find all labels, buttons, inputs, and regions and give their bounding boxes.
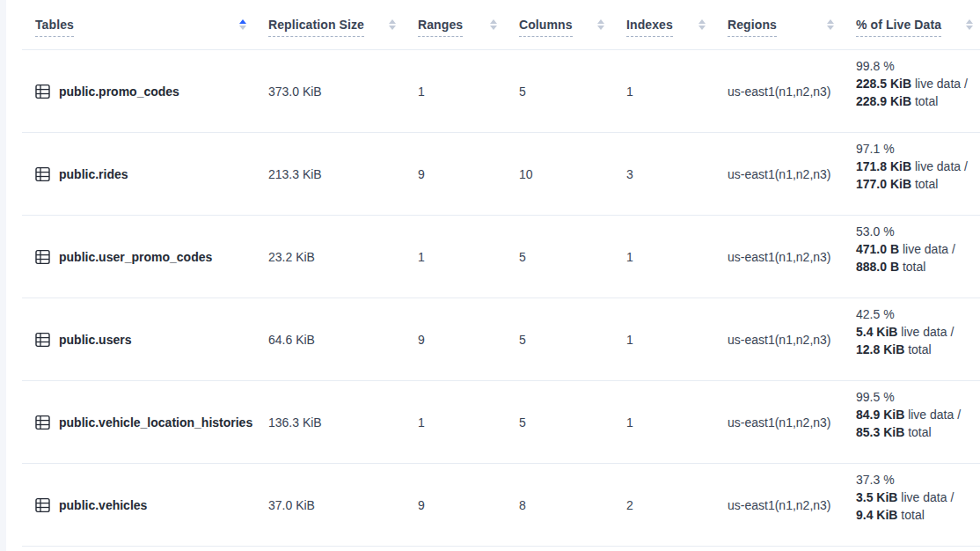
- sort-desc-arrow: [490, 26, 497, 30]
- live-data-cell: 99.5 % 84.9 KiB live data / 85.3 KiB tot…: [856, 381, 980, 441]
- total-size: 888.0 B: [856, 260, 899, 274]
- regions-cell: us-east1(n1,n2,n3): [728, 167, 856, 181]
- column-header-label: Replication Size: [268, 18, 364, 37]
- sort-asc-arrow: [239, 19, 246, 24]
- replication-size-cell: 37.0 KiB: [268, 498, 418, 512]
- ranges-cell: 9: [418, 333, 519, 347]
- sort-arrows-icon: [239, 19, 246, 31]
- table-row: public.vehicle_location_histories 136.3 …: [22, 381, 980, 464]
- column-header-columns[interactable]: Columns: [519, 0, 626, 49]
- ranges-cell: 9: [418, 498, 519, 512]
- indexes-cell: 1: [626, 250, 728, 264]
- column-header-label: Regions: [728, 18, 777, 37]
- sort-arrows-icon: [966, 19, 973, 31]
- tables-list-card: Tables Replication Size Ranges Columns I…: [6, 0, 980, 551]
- indexes-cell: 1: [626, 415, 728, 430]
- table-name-link[interactable]: public.vehicles: [59, 498, 147, 512]
- live-size: 5.4 KiB: [856, 325, 897, 339]
- live-data-cell: 53.0 % 471.0 B live data / 888.0 B total: [856, 216, 980, 276]
- column-header-indexes[interactable]: Indexes: [626, 0, 728, 49]
- live-size-line: 84.9 KiB live data /: [856, 406, 980, 423]
- sort-desc-arrow: [389, 26, 396, 30]
- table-row: public.promo_codes 373.0 KiB 1 5 1 us-ea…: [22, 50, 980, 133]
- column-header-label: Columns: [519, 18, 573, 37]
- sort-asc-arrow: [490, 19, 497, 24]
- ranges-cell: 1: [418, 415, 519, 430]
- columns-cell: 5: [519, 84, 626, 99]
- table-name-link[interactable]: public.users: [59, 333, 131, 347]
- regions-cell: us-east1(n1,n2,n3): [728, 415, 856, 430]
- indexes-cell: 2: [626, 498, 728, 512]
- table-name-link[interactable]: public.user_promo_codes: [59, 250, 212, 264]
- table-name-link[interactable]: public.rides: [59, 167, 128, 181]
- total-size-label: total: [911, 177, 938, 191]
- total-size-label: total: [904, 425, 931, 439]
- total-size-line: 85.3 KiB total: [856, 423, 980, 441]
- regions-cell: us-east1(n1,n2,n3): [728, 333, 856, 347]
- total-size: 85.3 KiB: [856, 425, 904, 439]
- live-size-line: 3.5 KiB live data /: [856, 489, 980, 506]
- total-size: 9.4 KiB: [856, 508, 897, 522]
- sort-asc-arrow: [389, 19, 396, 24]
- live-size: 228.5 KiB: [856, 77, 911, 91]
- live-size: 3.5 KiB: [856, 490, 897, 504]
- table-name-link[interactable]: public.promo_codes: [59, 84, 179, 99]
- sort-asc-arrow: [698, 19, 706, 24]
- regions-cell: us-east1(n1,n2,n3): [728, 84, 856, 99]
- sort-desc-arrow: [827, 26, 834, 30]
- live-percent: 99.5 %: [856, 388, 980, 406]
- replication-size-cell: 136.3 KiB: [268, 415, 418, 430]
- columns-cell: 10: [519, 167, 626, 181]
- indexes-cell: 1: [626, 84, 728, 99]
- replication-size-cell: 23.2 KiB: [268, 250, 418, 264]
- live-size-label: live data /: [899, 242, 955, 256]
- table-row: public.rides 213.3 KiB 9 10 3 us-east1(n…: [22, 133, 980, 216]
- regions-cell: us-east1(n1,n2,n3): [728, 498, 856, 512]
- sort-desc-arrow: [239, 26, 246, 30]
- live-size-line: 471.0 B live data /: [856, 240, 980, 258]
- live-size-line: 228.5 KiB live data /: [856, 75, 980, 92]
- replication-size-cell: 373.0 KiB: [268, 84, 418, 99]
- table-name-link[interactable]: public.vehicle_location_histories: [59, 415, 252, 430]
- column-header-label: % of Live Data: [856, 18, 941, 37]
- live-size-line: 5.4 KiB live data /: [856, 323, 980, 341]
- indexes-cell: 1: [626, 333, 728, 347]
- sort-asc-arrow: [827, 19, 834, 24]
- total-size: 177.0 KiB: [856, 177, 911, 191]
- live-size-label: live data /: [897, 325, 954, 339]
- live-percent: 42.5 %: [856, 305, 980, 323]
- live-size: 171.8 KiB: [856, 159, 911, 173]
- total-size-line: 9.4 KiB total: [856, 506, 980, 524]
- ranges-cell: 9: [418, 167, 519, 181]
- total-size-line: 12.8 KiB total: [856, 341, 980, 358]
- column-header-ranges[interactable]: Ranges: [418, 0, 519, 49]
- total-size-line: 228.9 KiB total: [856, 92, 980, 110]
- total-size-label: total: [911, 94, 938, 108]
- live-size: 84.9 KiB: [856, 408, 904, 422]
- total-size: 228.9 KiB: [856, 94, 911, 108]
- live-data-cell: 37.3 % 3.5 KiB live data / 9.4 KiB total: [856, 464, 980, 524]
- column-header-regions[interactable]: Regions: [728, 0, 856, 49]
- column-header-label: Ranges: [418, 18, 463, 37]
- table-name-cell: public.rides: [22, 166, 268, 182]
- table-icon: [35, 249, 50, 265]
- column-header-replication-size[interactable]: Replication Size: [268, 0, 418, 49]
- sort-desc-arrow: [597, 26, 604, 30]
- sort-asc-arrow: [597, 19, 604, 24]
- live-size-label: live data /: [897, 490, 954, 504]
- ranges-cell: 1: [418, 250, 519, 264]
- regions-cell: us-east1(n1,n2,n3): [728, 250, 856, 264]
- total-size-label: total: [897, 508, 924, 522]
- live-percent: 99.8 %: [856, 57, 980, 75]
- replication-size-cell: 64.6 KiB: [268, 333, 418, 347]
- live-percent: 97.1 %: [856, 140, 980, 158]
- column-header-tables[interactable]: Tables: [22, 0, 268, 49]
- table-row: public.user_promo_codes 23.2 KiB 1 5 1 u…: [22, 216, 980, 298]
- live-data-cell: 99.8 % 228.5 KiB live data / 228.9 KiB t…: [856, 50, 980, 110]
- total-size-line: 888.0 B total: [856, 258, 980, 276]
- column-header-of-live-data[interactable]: % of Live Data: [856, 0, 980, 49]
- sort-desc-arrow: [698, 26, 706, 30]
- total-size: 12.8 KiB: [856, 342, 904, 356]
- sort-arrows-icon: [827, 19, 834, 31]
- sort-arrows-icon: [490, 19, 497, 31]
